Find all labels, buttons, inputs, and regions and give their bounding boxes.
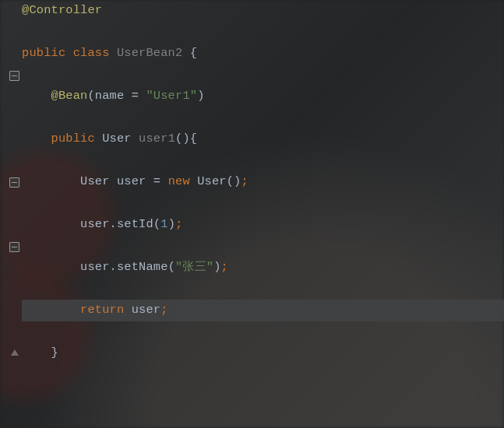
code-line[interactable]: public class UserBean2 { bbox=[22, 43, 504, 65]
token: "User1" bbox=[146, 89, 197, 103]
token: { bbox=[190, 46, 197, 60]
code-line[interactable]: user.setName("张三"); bbox=[22, 257, 504, 279]
code-line[interactable]: @Bean(name = "User1") bbox=[22, 86, 504, 107]
code-line[interactable]: return user; bbox=[22, 300, 504, 321]
token: user bbox=[117, 174, 153, 188]
token: new bbox=[168, 174, 198, 188]
code-line[interactable] bbox=[22, 385, 504, 407]
code-line[interactable]: user.setId(1); bbox=[22, 214, 504, 236]
token: ) bbox=[168, 217, 175, 231]
gutter[interactable] bbox=[0, 0, 20, 428]
token: } bbox=[51, 346, 58, 360]
token: public bbox=[22, 46, 73, 60]
token: @Bean bbox=[51, 89, 88, 103]
token: ; bbox=[241, 174, 248, 188]
token: "张三" bbox=[175, 260, 213, 274]
token: ) bbox=[197, 89, 204, 103]
token: setId bbox=[117, 217, 153, 231]
token: ) bbox=[213, 260, 220, 274]
fold-minus-icon[interactable] bbox=[9, 71, 19, 81]
token: (name = bbox=[87, 89, 146, 103]
code-line[interactable]: User user = new User(); bbox=[22, 171, 504, 193]
token: User() bbox=[197, 174, 241, 188]
token: return bbox=[80, 303, 132, 317]
fold-minus-icon[interactable] bbox=[9, 177, 19, 188]
token: public bbox=[51, 132, 103, 146]
token: setName bbox=[117, 260, 168, 274]
token: ; bbox=[221, 260, 228, 274]
fold-minus-icon[interactable] bbox=[9, 242, 19, 252]
token: user bbox=[132, 303, 161, 317]
code-line[interactable]: public User user1(){ bbox=[22, 128, 504, 150]
token: = bbox=[153, 174, 168, 188]
token: UserBean2 bbox=[117, 46, 190, 60]
code-editor[interactable]: @Controllerpublic class UserBean2 { @Bea… bbox=[0, 0, 504, 428]
token: User bbox=[80, 174, 117, 188]
token: . bbox=[110, 217, 117, 231]
token: ( bbox=[153, 217, 160, 231]
token: ; bbox=[175, 217, 182, 231]
token: User bbox=[102, 132, 139, 146]
token: class bbox=[73, 46, 117, 60]
token: user bbox=[80, 217, 110, 231]
token: user1 bbox=[139, 132, 175, 146]
code-area[interactable]: @Controllerpublic class UserBean2 { @Bea… bbox=[22, 0, 504, 407]
token: (){ bbox=[175, 132, 197, 146]
code-line[interactable]: @Controller bbox=[22, 0, 504, 22]
token: user bbox=[80, 260, 110, 274]
token: ( bbox=[168, 260, 175, 274]
token: . bbox=[110, 260, 117, 274]
token: ; bbox=[160, 303, 167, 317]
fold-end-icon[interactable] bbox=[11, 349, 19, 356]
token: @Controller bbox=[22, 3, 102, 17]
token: 1 bbox=[160, 217, 167, 231]
code-line[interactable]: } bbox=[22, 342, 504, 364]
